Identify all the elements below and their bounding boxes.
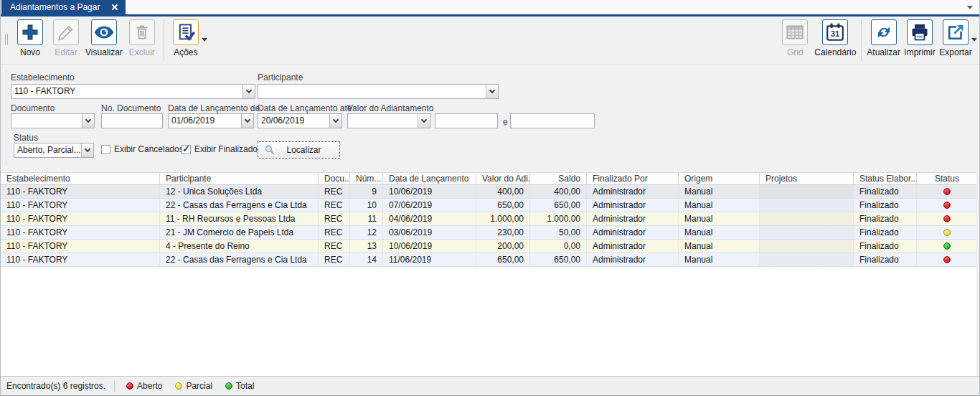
localizar-button[interactable]: Localizar (258, 141, 340, 159)
printer-icon (907, 19, 933, 45)
status-dot-red (943, 215, 951, 222)
exportar-dropdown-icon[interactable] (971, 38, 977, 42)
cell-finalizado-por: Administrador (587, 240, 679, 253)
grid-label: Grid (787, 47, 804, 57)
valor-adiantamento-select[interactable] (347, 113, 430, 128)
cell-participante: 12 - Unica Soluções Ltda (160, 185, 319, 198)
no-documento-input[interactable] (101, 113, 163, 128)
tab-close-icon[interactable] (111, 4, 118, 11)
cell-data-de-lan-amento: 07/06/2019 (383, 199, 476, 212)
table-row[interactable]: 110 - FAKTORY21 - JM Comercio de Papeis … (1, 226, 978, 240)
column-header-participante[interactable]: Participante (160, 173, 319, 184)
chevron-down-icon[interactable] (241, 114, 253, 128)
cell-origem: Manual (679, 240, 760, 253)
column-header-projetos[interactable]: Projetos (760, 173, 854, 184)
status-bar-separator (114, 380, 115, 392)
cell-finalizado-por: Administrador (587, 253, 679, 266)
atualizar-button[interactable]: Atualizar (867, 19, 900, 57)
cell-valor-do-adi: 200,00 (476, 240, 530, 253)
table-row[interactable]: 110 - FAKTORY12 - Unica Soluções LtdaREC… (1, 185, 978, 199)
column-header-origem[interactable]: Origem (679, 173, 760, 184)
data-lancamento-de-select[interactable]: 01/06/2019 (168, 113, 254, 128)
records-summary: Encontrado(s) 6 registros. (1, 381, 114, 391)
cell-projetos (760, 240, 854, 253)
column-header-data-de-lan-amento[interactable]: Data de Lançamento (383, 173, 476, 184)
column-header-valor-do-adi[interactable]: Valor do Adi... (476, 173, 530, 184)
column-header-docu[interactable]: Docu... (319, 173, 350, 184)
cell-data-de-lan-amento: 10/06/2019 (383, 240, 476, 253)
data-lancamento-ate-select[interactable]: 20/06/2019 (258, 113, 342, 128)
valor-from-input[interactable] (435, 113, 498, 128)
imprimir-button[interactable]: Imprimir (903, 19, 936, 57)
legend-dot-yellow (175, 382, 182, 390)
legend-label: Total (236, 381, 254, 391)
cell-valor-do-adi: 650,00 (476, 253, 530, 266)
column-header-status-elabor[interactable]: Status Elabor... (854, 173, 917, 184)
export-icon (943, 19, 969, 45)
cell-status-elabor: Finalizado (854, 185, 917, 198)
cell-origem: Manual (679, 185, 760, 198)
documento-select[interactable] (11, 113, 95, 128)
cell-docu: REC (319, 185, 350, 198)
tab-adiantamentos-a-pagar[interactable]: Adiantamentos a Pagar (1, 0, 126, 14)
toolbar-grip[interactable] (5, 34, 8, 45)
column-header-estabelecimento[interactable]: Estabelecimento (1, 173, 160, 184)
cell-data-de-lan-amento: 04/06/2019 (383, 212, 476, 225)
calendario-label: Calendário (814, 47, 856, 57)
chevron-down-icon[interactable] (82, 114, 94, 128)
cell-finalizado-por: Administrador (587, 199, 679, 212)
status-select[interactable]: Aberto, Parcial,... (14, 143, 94, 158)
checkbox-icon (101, 145, 110, 154)
toolbar: Novo Editar Visualizar Excluir (1, 16, 979, 65)
chevron-down-icon[interactable] (81, 143, 93, 157)
valor-adiantamento-label: Valor do Adiantamento (347, 103, 434, 113)
exibir-finalizados-checkbox[interactable]: Exibir Finalizados (182, 144, 262, 154)
trash-icon (129, 19, 155, 45)
cell-saldo: 50,00 (530, 226, 587, 239)
refresh-icon (871, 19, 897, 45)
column-header-saldo[interactable]: Saldo (530, 173, 587, 184)
cell-saldo: 0,00 (530, 240, 587, 253)
table-row[interactable]: 110 - FAKTORY22 - Casas das Ferragens e … (1, 253, 978, 267)
cell-docu: REC (319, 240, 350, 253)
cell-docu: REC (319, 226, 350, 239)
acoes-dropdown-icon[interactable] (202, 38, 207, 42)
cell-origem: Manual (679, 212, 760, 225)
novo-button[interactable]: Novo (14, 19, 47, 57)
legend-item-parcial: Parcial (175, 381, 212, 391)
table-row[interactable]: 110 - FAKTORY22 - Casas das Ferragens e … (1, 199, 978, 212)
cell-estabelecimento: 110 - FAKTORY (1, 199, 160, 212)
table-row[interactable]: 110 - FAKTORY11 - RH Recursos e Pessoas … (1, 212, 978, 226)
acoes-button[interactable]: Ações (169, 19, 202, 57)
exibir-cancelados-checkbox[interactable]: Exibir Cancelados (101, 144, 184, 154)
participante-select[interactable] (258, 84, 499, 99)
tab-list-dropdown-icon[interactable] (967, 6, 973, 9)
estabelecimento-select[interactable]: 110 - FAKTORY (11, 84, 255, 99)
column-header-finalizado-por[interactable]: Finalizado Por (587, 173, 679, 184)
legend-label: Parcial (186, 381, 212, 391)
valor-conjunction-label: e (503, 117, 508, 127)
cell-valor-do-adi: 650,00 (476, 199, 530, 212)
exportar-button[interactable]: Exportar (939, 19, 972, 57)
valor-to-input[interactable] (510, 113, 595, 128)
imprimir-label: Imprimir (904, 47, 935, 57)
cell-saldo: 650,00 (530, 253, 587, 266)
document-check-icon (173, 19, 199, 45)
chevron-down-icon[interactable] (486, 85, 498, 98)
data-lancamento-de-label: Data de Lançamento de (168, 103, 260, 113)
calendario-button[interactable]: 31 Calendário (814, 19, 856, 57)
status-dot-green (943, 242, 951, 250)
visualizar-button[interactable]: Visualizar (85, 19, 123, 57)
column-header-status[interactable]: Status (917, 173, 978, 184)
cell-n-m: 12 (350, 226, 383, 239)
cell-estabelecimento: 110 - FAKTORY (1, 240, 160, 253)
participante-label: Participante (258, 72, 303, 82)
table-row[interactable]: 110 - FAKTORY4 - Presente do ReinoREC131… (1, 240, 978, 253)
grid-icon (782, 19, 808, 45)
status-legend: AbertoParcialTotal (126, 381, 254, 391)
chevron-down-icon[interactable] (329, 114, 341, 128)
chevron-down-icon[interactable] (418, 114, 430, 128)
chevron-down-icon[interactable] (242, 85, 255, 98)
grid-right-gap (976, 172, 979, 377)
column-header-n-m[interactable]: Núm... (350, 173, 383, 184)
